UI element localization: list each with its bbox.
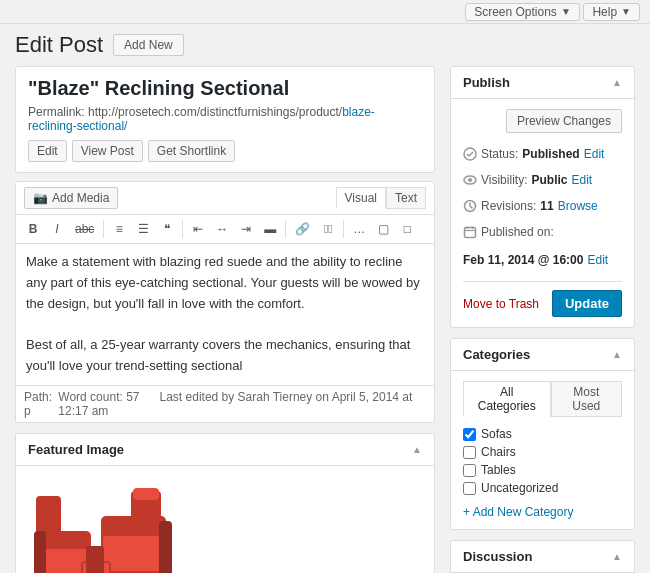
unordered-list-button[interactable]: ≡ (108, 219, 130, 239)
add-media-icon: 📷 (33, 191, 48, 205)
discussion-chevron-icon: ▲ (612, 551, 622, 562)
add-media-label: Add Media (52, 191, 109, 205)
help-label: Help (592, 5, 617, 19)
edit-post-button[interactable]: Edit (28, 140, 67, 162)
editor-box: 📷 Add Media Visual Text B I abc ≡ ☰ ❝ ⇤ … (15, 181, 435, 423)
discussion-box: Discussion ▲ Allow comments. Allow track… (450, 540, 635, 573)
word-count: Word count: 57 (58, 390, 139, 404)
separator-2 (182, 220, 183, 238)
bold-button[interactable]: B (22, 219, 44, 239)
get-shortlink-button[interactable]: Get Shortlink (148, 140, 235, 162)
main-layout: "Blaze" Reclining Sectional Permalink: h… (0, 66, 650, 573)
blockquote-button[interactable]: ❝ (156, 219, 178, 239)
revisions-label: Revisions: (481, 194, 536, 218)
status-icon (463, 147, 477, 161)
top-bar: Screen Options ▼ Help ▼ (0, 0, 650, 24)
discussion-header: Discussion ▲ (451, 541, 634, 573)
svg-point-21 (468, 178, 472, 182)
discussion-title: Discussion (463, 549, 532, 564)
add-new-button[interactable]: Add New (113, 34, 184, 56)
svg-rect-18 (133, 488, 159, 500)
published-edit-link[interactable]: Edit (587, 248, 608, 272)
featured-image-chevron-icon: ▲ (412, 444, 422, 455)
editor-content[interactable]: Make a statement with blazing red suede … (16, 244, 434, 385)
align-left-button[interactable]: ⇤ (187, 219, 209, 239)
category-item-tables: Tables (463, 461, 622, 479)
categories-list: Sofas Chairs Tables Uncategorized (463, 425, 622, 497)
update-button[interactable]: Update (552, 290, 622, 317)
most-used-tab[interactable]: Most Used (551, 381, 622, 417)
category-checkbox-tables[interactable] (463, 464, 476, 477)
categories-content: All Categories Most Used Sofas Chairs Ta… (451, 371, 634, 529)
category-checkbox-uncategorized[interactable] (463, 482, 476, 495)
status-edit-link[interactable]: Edit (584, 142, 605, 166)
category-checkbox-sofas[interactable] (463, 428, 476, 441)
toggle-toolbar-button[interactable]: ▢ (372, 219, 394, 239)
all-categories-tab[interactable]: All Categories (463, 381, 551, 417)
svg-rect-2 (36, 496, 61, 536)
left-column: "Blaze" Reclining Sectional Permalink: h… (15, 66, 435, 573)
featured-image-header[interactable]: Featured Image ▲ (16, 434, 434, 466)
help-chevron-icon: ▼ (621, 6, 631, 17)
svg-rect-8 (159, 521, 172, 573)
categories-chevron-icon: ▲ (612, 349, 622, 360)
visibility-edit-link[interactable]: Edit (571, 168, 592, 192)
remove-link-button[interactable]: 🔗⃠ (317, 219, 339, 239)
editor-stats: Word count: 57 Last edited by Sarah Tier… (58, 390, 426, 418)
strikethrough-button[interactable]: abc (70, 219, 99, 239)
category-label-chairs: Chairs (481, 445, 516, 459)
tab-text[interactable]: Text (386, 187, 426, 209)
category-label-uncategorized: Uncategorized (481, 481, 558, 495)
publish-box: Publish ▲ Preview Changes Status: Publis… (450, 66, 635, 328)
featured-image-box: Featured Image ▲ (15, 433, 435, 573)
svg-rect-7 (103, 536, 163, 571)
page-header: Edit Post Add New (0, 24, 650, 66)
permalink-base: http://prosetech.com/distinctfurnishings… (88, 105, 342, 119)
revisions-browse-link[interactable]: Browse (558, 194, 598, 218)
categories-tabs: All Categories Most Used (463, 381, 622, 417)
editor-path: Path: p (24, 390, 58, 418)
insert-link-button[interactable]: 🔗 (290, 219, 315, 239)
revisions-row: Revisions: 11 Browse (463, 193, 622, 219)
editor-toolbar-top: 📷 Add Media Visual Text (16, 182, 434, 215)
add-media-button[interactable]: 📷 Add Media (24, 187, 118, 209)
screen-options-button[interactable]: Screen Options ▼ (465, 3, 580, 21)
category-item-uncategorized: Uncategorized (463, 479, 622, 497)
categories-box: Categories ▲ All Categories Most Used So… (450, 338, 635, 530)
category-item-sofas: Sofas (463, 425, 622, 443)
visibility-value: Public (531, 168, 567, 192)
svg-rect-23 (465, 228, 476, 238)
help-button[interactable]: Help ▼ (583, 3, 640, 21)
categories-title: Categories (463, 347, 530, 362)
status-label: Status: (481, 142, 518, 166)
italic-button[interactable]: I (46, 219, 68, 239)
category-checkbox-chairs[interactable] (463, 446, 476, 459)
category-label-tables: Tables (481, 463, 516, 477)
ordered-list-button[interactable]: ☰ (132, 219, 154, 239)
revisions-value: 11 (540, 194, 553, 218)
publish-meta: Status: Published Edit Visibility: Publi… (463, 141, 622, 273)
view-post-button[interactable]: View Post (72, 140, 143, 162)
published-label: Published on: (481, 220, 554, 244)
add-new-category-link[interactable]: + Add New Category (463, 505, 622, 519)
revisions-icon (463, 199, 477, 213)
post-actions: Edit View Post Get Shortlink (28, 140, 422, 162)
align-center-button[interactable]: ↔ (211, 219, 233, 239)
publish-chevron-icon: ▲ (612, 77, 622, 88)
separator-1 (103, 220, 104, 238)
category-item-chairs: Chairs (463, 443, 622, 461)
preview-changes-button[interactable]: Preview Changes (506, 109, 622, 133)
move-to-trash-link[interactable]: Move to Trash (463, 297, 539, 311)
align-right-button[interactable]: ⇥ (235, 219, 257, 239)
separator-4 (343, 220, 344, 238)
category-label-sofas: Sofas (481, 427, 512, 441)
editor-footer: Path: p Word count: 57 Last edited by Sa… (16, 385, 434, 422)
published-value: Feb 11, 2014 @ 16:00 (463, 248, 583, 272)
status-value: Published (522, 142, 579, 166)
tab-visual[interactable]: Visual (336, 187, 386, 209)
distraction-free-button[interactable]: □ (396, 219, 418, 239)
svg-rect-13 (86, 546, 104, 573)
align-justify-button[interactable]: ▬ (259, 219, 281, 239)
screen-options-chevron-icon: ▼ (561, 6, 571, 17)
insert-more-button[interactable]: … (348, 219, 370, 239)
